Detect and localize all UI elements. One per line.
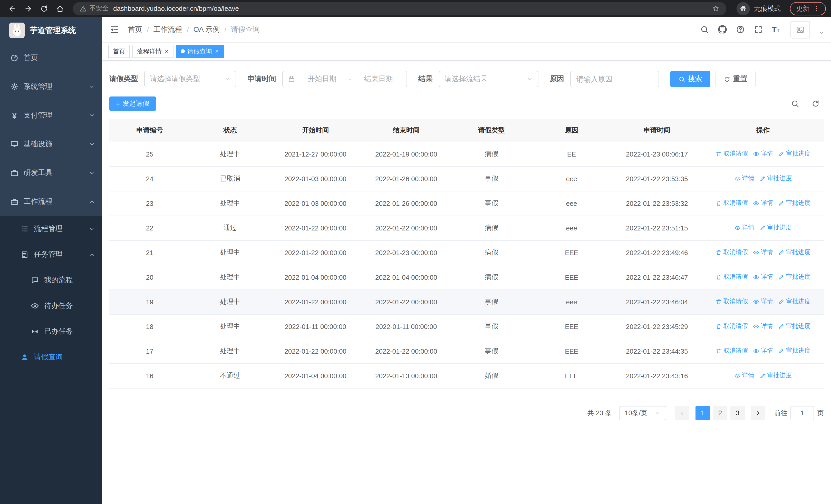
prev-page-button[interactable] [675, 406, 689, 420]
sidebar-item-leave-query[interactable]: 请假查询 [0, 345, 102, 370]
user-avatar[interactable] [791, 21, 810, 38]
chevron-down-icon [89, 84, 95, 90]
close-icon[interactable]: × [164, 48, 169, 54]
table-row: 23处理中2022-01-03 00:00:002022-01-26 00:00… [109, 191, 824, 215]
cell-id: 25 [109, 142, 190, 166]
sidebar-item-home[interactable]: 首页 [0, 43, 102, 72]
edit-icon [778, 348, 784, 354]
next-page-button[interactable] [751, 406, 765, 420]
cell-actions: 详情审批进度 [703, 166, 824, 191]
breadcrumb-home[interactable]: 首页 [128, 25, 142, 34]
close-icon[interactable]: × [214, 48, 219, 54]
detail-link[interactable]: 详情 [753, 199, 773, 208]
search-icon[interactable] [700, 25, 709, 34]
detail-link[interactable]: 详情 [734, 224, 754, 232]
app-logo[interactable]: 芋道管理系统 [0, 17, 102, 43]
refresh-icon[interactable] [811, 99, 820, 108]
tag-home[interactable]: 首页 [108, 45, 130, 58]
approval-progress-link[interactable]: 审批进度 [760, 224, 792, 232]
bookmark-star-icon[interactable] [712, 5, 720, 12]
bowtie-icon [31, 327, 39, 336]
breadcrumb-workflow[interactable]: 工作流程 [153, 25, 182, 34]
approval-progress-link[interactable]: 审批进度 [778, 273, 810, 281]
approval-progress-link[interactable]: 审批进度 [760, 174, 792, 183]
search-button[interactable]: 搜索 [670, 71, 710, 87]
sidebar-collapse-icon[interactable] [109, 24, 120, 35]
approval-progress-link[interactable]: 审批进度 [760, 371, 792, 380]
sidebar-item-system[interactable]: 系统管理 [0, 72, 102, 101]
page-button-3[interactable]: 3 [730, 406, 745, 420]
cell-id: 23 [109, 191, 190, 215]
approval-progress-link[interactable]: 审批进度 [778, 322, 810, 331]
help-icon[interactable] [736, 25, 745, 34]
approval-progress-link[interactable]: 审批进度 [778, 248, 810, 257]
sidebar-item-task-mgmt[interactable]: 任务管理 [0, 242, 102, 267]
approval-progress-link[interactable]: 审批进度 [778, 150, 810, 158]
browser-home-button[interactable] [53, 2, 67, 16]
font-size-icon[interactable]: TT [772, 25, 780, 34]
cancel-leave-link[interactable]: 取消请假 [716, 322, 748, 331]
cell-actions: 取消请假详情审批进度 [703, 240, 824, 265]
breadcrumb-separator: / [220, 25, 231, 34]
sidebar-item-my-process[interactable]: 我的流程 [0, 267, 102, 293]
page-size-select[interactable]: 10条/页 [619, 406, 666, 420]
approval-progress-link[interactable]: 审批进度 [778, 297, 810, 306]
fullscreen-icon[interactable] [754, 25, 763, 34]
page-button-2[interactable]: 2 [713, 406, 727, 420]
table-row: 24已取消2022-01-03 00:00:002022-01-26 00:00… [109, 166, 824, 191]
sidebar-item-devtools[interactable]: 研发工具 [0, 158, 102, 187]
detail-link[interactable]: 详情 [753, 347, 773, 355]
detail-link[interactable]: 详情 [753, 248, 773, 257]
sidebar-item-infra[interactable]: 基础设施 [0, 130, 102, 158]
cancel-leave-link[interactable]: 取消请假 [716, 273, 748, 281]
cancel-leave-link[interactable]: 取消请假 [716, 150, 748, 158]
approval-progress-link[interactable]: 审批进度 [778, 199, 810, 208]
tag-process-detail[interactable]: 流程详情× [133, 45, 173, 58]
cell-apply-time: 2022-01-22 23:53:35 [611, 166, 703, 191]
github-icon[interactable] [718, 25, 727, 34]
create-leave-button[interactable]: + 发起请假 [109, 96, 156, 111]
cell-end-time: 2022-01-22 00:00:00 [361, 215, 452, 240]
table-row: 17处理中2022-01-22 00:00:002022-01-22 00:00… [109, 339, 824, 363]
apply-time-range-picker[interactable]: 开始日期 - 结束日期 [282, 71, 407, 87]
result-select[interactable]: 请选择流结果 [439, 71, 539, 87]
browser-forward-button[interactable] [21, 2, 35, 16]
detail-link[interactable]: 详情 [734, 174, 754, 183]
eye-icon [753, 348, 759, 354]
browser-back-button[interactable] [5, 2, 19, 16]
leave-type-select[interactable]: 请选择请假类型 [144, 71, 236, 87]
sidebar-item-payment[interactable]: ¥ 支付管理 [0, 101, 102, 130]
cancel-leave-link[interactable]: 取消请假 [716, 199, 748, 208]
cancel-leave-link[interactable]: 取消请假 [716, 297, 748, 306]
page-button-1[interactable]: 1 [695, 406, 710, 420]
site-security-chip[interactable]: 不安全 [80, 4, 109, 13]
sidebar-item-todo-tasks[interactable]: 待办任务 [0, 293, 102, 319]
chevron-down-icon[interactable] [819, 30, 824, 35]
cell-end-time: 2022-01-04 00:00:00 [361, 265, 452, 290]
sidebar-item-process-mgmt[interactable]: 流程管理 [0, 216, 102, 242]
cancel-leave-link[interactable]: 取消请假 [716, 347, 748, 355]
kebab-menu-icon[interactable] [813, 5, 820, 12]
breadcrumb-oa-example[interactable]: OA 示例 [194, 25, 220, 34]
reset-button[interactable]: 重置 [716, 71, 755, 87]
tag-leave-query[interactable]: 请假查询× [176, 45, 224, 58]
goto-page-input[interactable] [791, 406, 814, 420]
browser-update-button[interactable]: 更新 [790, 2, 826, 15]
cell-start-time: 2022-01-11 00:00:00 [270, 314, 361, 339]
delete-icon [716, 299, 722, 305]
detail-link[interactable]: 详情 [753, 273, 773, 281]
toggle-search-icon[interactable] [791, 99, 799, 108]
monitor-icon [10, 140, 19, 148]
detail-link[interactable]: 详情 [753, 297, 773, 306]
cancel-leave-link[interactable]: 取消请假 [716, 248, 748, 257]
sidebar-item-done-tasks[interactable]: 已办任务 [0, 319, 102, 345]
sidebar-item-workflow[interactable]: 工作流程 [0, 187, 102, 216]
browser-refresh-button[interactable] [37, 2, 51, 16]
detail-link[interactable]: 详情 [753, 150, 773, 158]
eye-icon [753, 274, 759, 280]
address-bar[interactable]: 不安全 dashboard.yudao.iocoder.cn/bpm/oa/le… [73, 2, 726, 15]
detail-link[interactable]: 详情 [753, 322, 773, 331]
reason-input[interactable] [570, 71, 659, 87]
detail-link[interactable]: 详情 [734, 371, 754, 380]
approval-progress-link[interactable]: 审批进度 [778, 347, 810, 355]
